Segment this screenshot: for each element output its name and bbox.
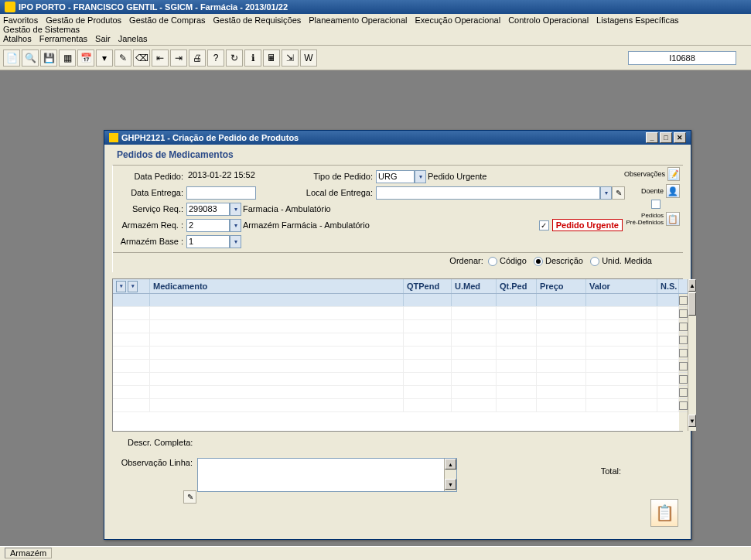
table-row[interactable]	[113, 386, 679, 399]
tb-grid-icon[interactable]: ▦	[59, 50, 76, 67]
menu-planeamento[interactable]: Planeamento Operacional	[309, 15, 407, 25]
radio-codigo-label[interactable]: Código	[500, 256, 527, 265]
row-ns-checkbox[interactable]	[679, 336, 688, 344]
tipo-pedido-dropdown[interactable]: ▾	[415, 170, 426, 183]
minimize-button[interactable]: _	[646, 132, 658, 143]
scroll-thumb[interactable]	[688, 292, 696, 316]
radio-unid-label[interactable]: Unid. Medida	[602, 256, 652, 265]
toolbar-code-field[interactable]	[628, 51, 736, 65]
radio-descricao-label[interactable]: Descrição	[545, 256, 583, 265]
menu-listagens[interactable]: Listagens Específicas	[596, 15, 678, 25]
hdr-preco[interactable]: Preço	[537, 279, 586, 293]
hdr-medicamento[interactable]: Medicamento	[150, 279, 404, 293]
menu-controlo[interactable]: Controlo Operacional	[508, 15, 589, 25]
observacao-linha-textarea[interactable]: ▲ ▼	[197, 458, 457, 492]
tb-new-icon[interactable]: 📄	[3, 50, 20, 67]
tb-dropdown-icon[interactable]: ▾	[96, 50, 113, 67]
local-entrega-dropdown[interactable]: ▾	[600, 186, 612, 200]
tb-print-icon[interactable]: 🖨	[189, 50, 206, 67]
radio-unid[interactable]	[590, 257, 599, 266]
iw-titlebar[interactable]: GHPH2121 - Criação de Pedido de Produtos…	[104, 131, 691, 145]
menu-sair[interactable]: Sair	[95, 34, 111, 43]
pedidos-predef-button[interactable]: 📋	[666, 212, 680, 226]
tb-edit-icon[interactable]: ✎	[114, 50, 131, 67]
servico-req-dropdown[interactable]: ▾	[230, 203, 241, 216]
menu-janelas[interactable]: Janelas	[118, 34, 148, 43]
radio-codigo[interactable]	[488, 257, 497, 266]
scroll-up-icon[interactable]: ▲	[688, 279, 696, 292]
hdr-qtped[interactable]: Qt.Ped	[497, 279, 537, 293]
tb-calendar-icon[interactable]: 📅	[77, 50, 94, 67]
menu-gestao-compras[interactable]: Gestão de Compras	[129, 15, 205, 25]
table-row[interactable]	[113, 294, 679, 307]
menu-sistemas[interactable]: Gestão de Sistemas	[3, 25, 80, 34]
menu-ferramentas[interactable]: Ferramentas	[39, 34, 87, 43]
submit-clipboard-button[interactable]: 📋	[650, 499, 678, 527]
hdr-ns[interactable]: N.S.	[657, 279, 679, 293]
doente-button[interactable]: 👤	[666, 184, 680, 198]
tb-erase-icon[interactable]: ⌫	[133, 50, 150, 67]
tb-word-icon[interactable]: W	[300, 50, 317, 67]
scroll-down-icon[interactable]: ▼	[688, 415, 696, 427]
row-ns-checkbox[interactable]	[679, 401, 688, 410]
armazem-req-dropdown[interactable]: ▾	[230, 219, 241, 232]
row-ns-checkbox[interactable]	[679, 388, 688, 397]
iw-title: GHPH2121 - Criação de Pedido de Produtos	[121, 133, 299, 142]
menu-gestao-requisicoes[interactable]: Gestão de Requisições	[213, 15, 302, 25]
row-ns-checkbox[interactable]	[679, 375, 688, 384]
armazem-req-field[interactable]	[186, 219, 230, 232]
table-row[interactable]	[113, 333, 679, 347]
status-text: Armazém	[5, 548, 52, 558]
table-row[interactable]	[113, 307, 679, 320]
local-entrega-field[interactable]	[376, 186, 600, 200]
doente-checkbox[interactable]	[651, 200, 661, 209]
armazem-base-dropdown[interactable]: ▾	[230, 235, 241, 248]
row-ns-checkbox[interactable]	[679, 349, 688, 357]
hdr-valor[interactable]: Valor	[586, 279, 657, 293]
main-titlebar: IPO PORTO - FRANCISCO GENTIL - SGICM - F…	[0, 0, 751, 14]
tb-help-icon[interactable]: ?	[207, 50, 224, 67]
observacoes-button[interactable]: 📝	[667, 167, 680, 181]
menu-gestao-produtos[interactable]: Gestão de Produtos	[46, 15, 121, 25]
hdr-dd2[interactable]: ▾	[128, 281, 138, 292]
tb-export-icon[interactable]: ⇲	[282, 50, 299, 67]
table-scrollbar[interactable]: ▲ ▼	[688, 279, 696, 431]
row-ns-checkbox[interactable]	[679, 309, 688, 318]
row-ns-checkbox[interactable]	[679, 323, 688, 331]
pedido-urgente-checkbox[interactable]: ✓	[539, 220, 549, 230]
tb-refresh-icon[interactable]: ↻	[226, 50, 243, 67]
row-ns-checkbox[interactable]	[679, 362, 688, 370]
tipo-pedido-desc: Pedido Urgente	[428, 172, 486, 181]
servico-req-field[interactable]	[186, 203, 230, 216]
tb-next-icon[interactable]: ⇥	[170, 50, 187, 67]
local-entrega-edit-icon[interactable]: ✎	[612, 186, 625, 200]
hdr-umed[interactable]: U.Med	[452, 279, 497, 293]
tb-calc-icon[interactable]: 🖩	[263, 50, 280, 67]
table-row[interactable]	[113, 373, 679, 386]
tb-info-icon[interactable]: ℹ	[244, 50, 261, 67]
lbl-local-entrega: Local de Entrega:	[295, 188, 376, 197]
table-row[interactable]	[113, 347, 679, 360]
table-row[interactable]	[113, 399, 679, 412]
menu-favoritos[interactable]: Favoritos	[3, 15, 38, 25]
status-bar: Armazém	[0, 546, 751, 560]
observacao-edit-icon[interactable]: ✎	[183, 490, 196, 504]
ta-scroll-up-icon[interactable]: ▲	[445, 459, 456, 470]
close-button[interactable]: ✕	[674, 132, 686, 143]
table-row[interactable]	[113, 360, 679, 373]
menu-execucao[interactable]: Execução Operacional	[415, 15, 500, 25]
tb-search-icon[interactable]: 🔍	[22, 50, 39, 67]
hdr-qtpend[interactable]: QTPend	[404, 279, 452, 293]
maximize-button[interactable]: □	[660, 132, 672, 143]
tb-save-icon[interactable]: 💾	[40, 50, 57, 67]
hdr-dd1[interactable]: ▾	[116, 281, 126, 292]
row-ns-checkbox[interactable]	[679, 296, 688, 305]
table-row[interactable]	[113, 320, 679, 333]
data-entrega-field[interactable]	[186, 186, 256, 200]
menu-atalhos[interactable]: Atalhos	[3, 34, 32, 43]
tipo-pedido-field[interactable]	[376, 170, 415, 183]
ta-scroll-down-icon[interactable]: ▼	[445, 479, 456, 490]
tb-prev-icon[interactable]: ⇤	[152, 50, 169, 67]
armazem-base-field[interactable]	[186, 235, 230, 248]
radio-descricao[interactable]	[534, 257, 543, 266]
